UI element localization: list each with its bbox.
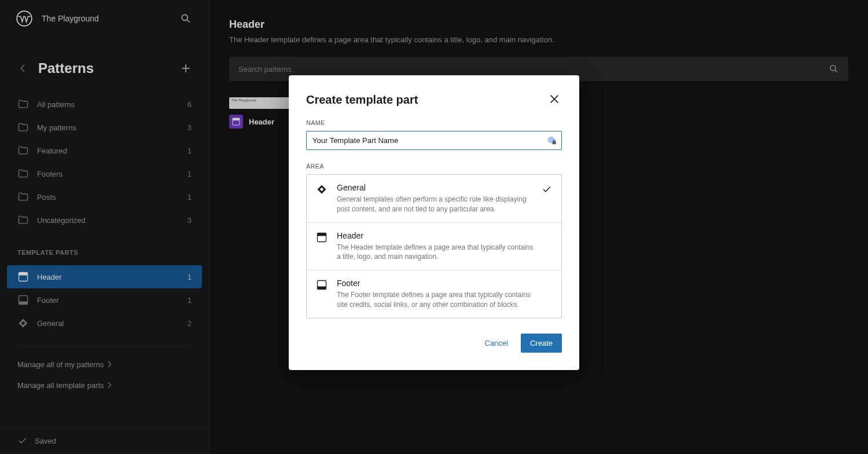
cancel-button[interactable]: Cancel	[476, 334, 517, 353]
area-options: General General templates often perform …	[306, 174, 562, 318]
name-field-label: NAME	[306, 119, 562, 126]
header-layout-icon	[316, 232, 329, 244]
modal-title: Create template part	[306, 93, 418, 107]
close-button[interactable]	[548, 93, 562, 107]
check-icon	[542, 232, 552, 243]
check-icon	[542, 184, 552, 195]
area-name: Footer	[337, 279, 536, 288]
general-layout-icon	[316, 184, 329, 196]
area-name: General	[337, 183, 536, 192]
footer-layout-icon	[316, 279, 329, 292]
area-description: General templates often perform a specif…	[337, 195, 536, 214]
lock-badge-icon	[547, 136, 557, 146]
area-name: Header	[337, 231, 536, 240]
area-option-header[interactable]: Header The Header template defines a pag…	[307, 223, 561, 271]
area-description: The Footer template defines a page area …	[337, 290, 536, 310]
area-option-general[interactable]: General General templates often perform …	[307, 175, 561, 223]
create-button[interactable]: Create	[521, 334, 562, 353]
template-part-name-input[interactable]	[306, 131, 562, 150]
modal-overlay[interactable]: Create template part NAME AREA General G…	[0, 0, 868, 454]
svg-rect-21	[318, 287, 326, 290]
area-option-footer[interactable]: Footer The Footer template defines a pag…	[307, 270, 561, 318]
area-field-label: AREA	[306, 163, 562, 170]
svg-rect-19	[318, 233, 326, 236]
create-template-part-modal: Create template part NAME AREA General G…	[289, 75, 579, 370]
check-icon	[542, 280, 552, 290]
area-description: The Header template defines a page area …	[337, 243, 536, 262]
